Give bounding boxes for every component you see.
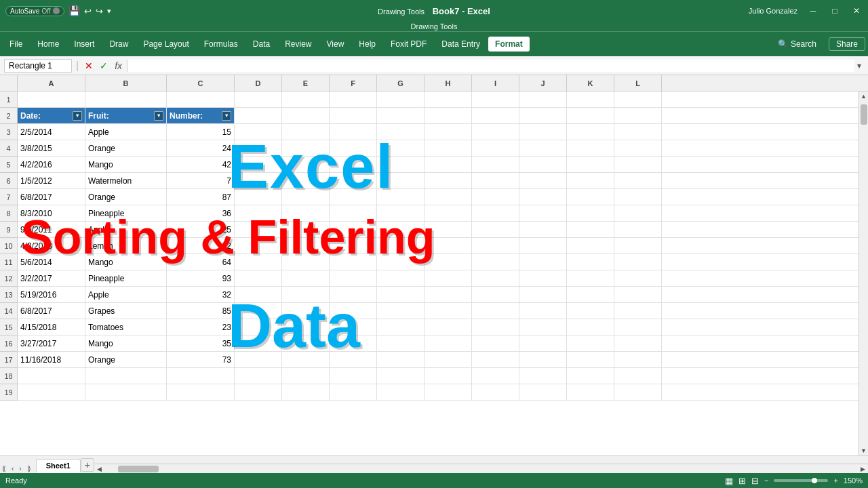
cell-f9[interactable] <box>330 222 377 237</box>
cell-j19[interactable] <box>519 384 567 400</box>
cell-j6[interactable] <box>519 173 567 188</box>
cell-e6[interactable] <box>282 173 330 188</box>
cell-h2[interactable] <box>425 108 472 123</box>
scroll-right-btn[interactable]: ▶ <box>858 464 868 474</box>
sheet-nav-left2[interactable]: ⟪ <box>0 464 8 473</box>
cell-f5[interactable] <box>330 157 377 172</box>
view-normal-icon[interactable]: ▦ <box>725 476 733 486</box>
row-header-10[interactable]: 10 <box>0 238 18 254</box>
row-header-1[interactable]: 1 <box>0 92 18 108</box>
cell-l15[interactable] <box>614 319 662 335</box>
cell-e14[interactable] <box>282 303 330 319</box>
cell-b6[interactable]: Watermelon <box>85 173 167 188</box>
cell-k17[interactable] <box>567 352 614 367</box>
cell-l12[interactable] <box>614 270 662 286</box>
cell-l10[interactable] <box>614 238 662 253</box>
cell-c16[interactable]: 35 <box>167 336 235 351</box>
cell-k6[interactable] <box>567 173 614 188</box>
row-header-17[interactable]: 17 <box>0 352 18 368</box>
col-header-k[interactable]: K <box>567 75 614 91</box>
col-header-c[interactable]: C <box>167 75 235 91</box>
filter-arrow-fruit[interactable]: ▾ <box>154 111 163 121</box>
cell-h13[interactable] <box>425 287 472 302</box>
cell-a9[interactable]: 9/5/2011 <box>18 222 85 237</box>
cell-i2[interactable] <box>472 108 519 123</box>
tab-format[interactable]: Format <box>488 37 530 52</box>
row-header-4[interactable]: 4 <box>0 140 18 157</box>
cell-d2[interactable] <box>235 108 282 123</box>
cell-a8[interactable]: 8/3/2010 <box>18 205 85 221</box>
cell-i17[interactable] <box>472 352 519 367</box>
row-header-12[interactable]: 12 <box>0 270 18 287</box>
cell-j2[interactable] <box>519 108 567 123</box>
cell-g17[interactable] <box>377 352 425 367</box>
cell-i15[interactable] <box>472 319 519 335</box>
cell-a10[interactable]: 4/3/2018 <box>18 238 85 253</box>
horizontal-scrollbar[interactable]: ◀ ▶ <box>94 464 868 473</box>
row-header-8[interactable]: 8 <box>0 205 18 222</box>
cell-k16[interactable] <box>567 336 614 351</box>
cell-i18[interactable] <box>472 368 519 384</box>
cell-l17[interactable] <box>614 352 662 367</box>
cell-h4[interactable] <box>425 140 472 156</box>
cell-i3[interactable] <box>472 124 519 140</box>
cell-k5[interactable] <box>567 157 614 172</box>
cell-h6[interactable] <box>425 173 472 188</box>
cell-f18[interactable] <box>330 368 377 384</box>
cell-e15[interactable] <box>282 319 330 335</box>
col-header-a[interactable]: A <box>18 75 85 91</box>
cell-k19[interactable] <box>567 384 614 400</box>
cell-l3[interactable] <box>614 124 662 140</box>
zoom-handle[interactable] <box>812 478 817 483</box>
row-header-13[interactable]: 13 <box>0 287 18 303</box>
cell-j13[interactable] <box>519 287 567 302</box>
cell-b13[interactable]: Apple <box>85 287 167 302</box>
cell-c7[interactable]: 87 <box>167 189 235 205</box>
cell-a7[interactable]: 6/8/2017 <box>18 189 85 205</box>
cell-h9[interactable] <box>425 222 472 237</box>
cell-c11[interactable]: 64 <box>167 254 235 270</box>
cell-l11[interactable] <box>614 254 662 270</box>
cell-e10[interactable] <box>282 238 330 253</box>
zoom-slider[interactable] <box>774 479 828 482</box>
row-header-11[interactable]: 11 <box>0 254 18 270</box>
cell-l4[interactable] <box>614 140 662 156</box>
cell-f16[interactable] <box>330 336 377 351</box>
confirm-btn[interactable]: ✓ <box>98 60 110 71</box>
col-header-l[interactable]: L <box>614 75 662 91</box>
cell-c8[interactable]: 36 <box>167 205 235 221</box>
tab-view[interactable]: View <box>320 37 351 52</box>
cell-a17[interactable]: 11/16/2018 <box>18 352 85 367</box>
cell-b5[interactable]: Mango <box>85 157 167 172</box>
view-layout-icon[interactable]: ⊞ <box>738 476 746 486</box>
zoom-in-btn[interactable]: + <box>833 476 837 485</box>
cell-d7[interactable] <box>235 189 282 205</box>
cell-i14[interactable] <box>472 303 519 319</box>
cell-j18[interactable] <box>519 368 567 384</box>
cell-j15[interactable] <box>519 319 567 335</box>
row-header-19[interactable]: 19 <box>0 384 18 401</box>
cell-d13[interactable] <box>235 287 282 302</box>
cell-g9[interactable] <box>377 222 425 237</box>
tab-insert[interactable]: Insert <box>67 37 101 52</box>
cell-h10[interactable] <box>425 238 472 253</box>
cell-i4[interactable] <box>472 140 519 156</box>
cell-l19[interactable] <box>614 384 662 400</box>
cell-f15[interactable] <box>330 319 377 335</box>
cell-a2[interactable]: Date: ▾ <box>18 108 85 123</box>
cell-k12[interactable] <box>567 270 614 286</box>
cell-e18[interactable] <box>282 368 330 384</box>
cell-e11[interactable] <box>282 254 330 270</box>
cell-c3[interactable]: 15 <box>167 124 235 140</box>
cell-b14[interactable]: Grapes <box>85 303 167 319</box>
cell-b16[interactable]: Mango <box>85 336 167 351</box>
fx-btn[interactable]: fx <box>113 60 124 71</box>
redo-icon[interactable]: ↪ <box>96 6 103 16</box>
cell-f1[interactable] <box>330 92 377 107</box>
cell-g4[interactable] <box>377 140 425 156</box>
filter-arrow-date[interactable]: ▾ <box>73 111 82 121</box>
scroll-thumb-v[interactable] <box>861 104 867 125</box>
cell-h3[interactable] <box>425 124 472 140</box>
cell-h1[interactable] <box>425 92 472 107</box>
sheet-nav-right2[interactable]: ⟫ <box>25 464 33 473</box>
